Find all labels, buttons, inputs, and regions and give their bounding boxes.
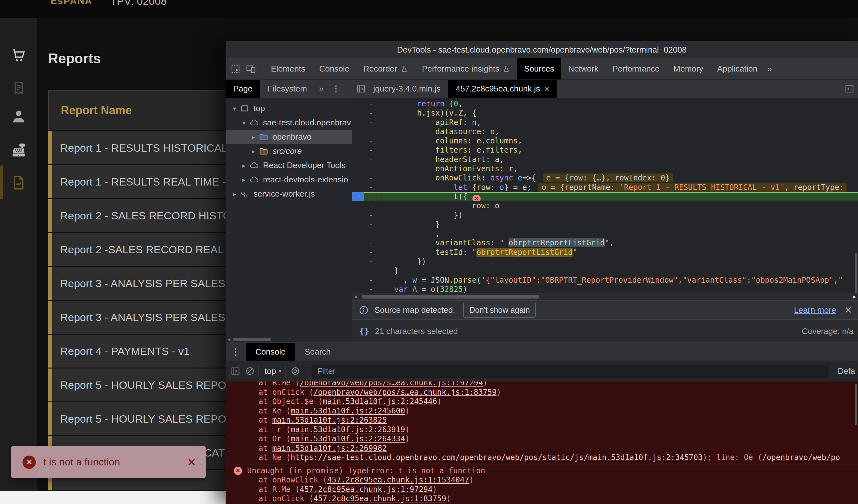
chevron-down-icon[interactable]: ▾	[240, 119, 249, 127]
devtools-titlebar[interactable]: DevTools - sae-test.cloud.openbravo.com/…	[226, 41, 858, 58]
collapse-navigator-icon[interactable]	[356, 84, 366, 94]
source-link[interactable]: main.53d1a10f.js:2:263825	[272, 416, 386, 425]
show-console-sidebar-icon[interactable]	[231, 366, 240, 376]
clear-console-icon[interactable]	[245, 366, 255, 376]
gutter-line-marker[interactable]: -	[352, 238, 381, 247]
show-debugger-panel-icon[interactable]	[845, 84, 854, 94]
tab-sources[interactable]: Sources	[517, 58, 561, 79]
context-selector[interactable]: top	[265, 366, 276, 376]
tab-application[interactable]: Application	[710, 58, 764, 79]
chevron-right-icon[interactable]: ▸	[249, 148, 258, 155]
tree-item-service-worker-js[interactable]: ▸⚙⚙service-worker.js	[226, 187, 352, 201]
dont-show-again-button[interactable]: Don't show again	[463, 303, 536, 318]
learn-more-link[interactable]: Learn more	[794, 305, 836, 315]
navigator-tab-page[interactable]: Page	[226, 80, 260, 98]
chevron-right-icon[interactable]: ▸	[230, 190, 239, 198]
source-link[interactable]: main.53d1a10f.js:2:263919	[290, 425, 405, 434]
chevron-right-icon[interactable]: ▸	[249, 133, 258, 141]
source-link[interactable]: /openbravo/web/po	[762, 453, 840, 462]
drawer-menu-icon[interactable]: ⋮	[231, 347, 240, 357]
receipt-icon[interactable]	[11, 80, 27, 97]
tab-close-icon[interactable]: ×	[544, 84, 550, 94]
scroll-right-icon[interactable]: ▸	[853, 293, 856, 300]
person-icon[interactable]	[11, 108, 27, 125]
toast-close-icon[interactable]: ✕	[187, 456, 196, 469]
navigator-more-tabs-icon[interactable]: »	[319, 84, 323, 94]
log-levels-dropdown[interactable]: Defa	[838, 366, 858, 376]
console-messages[interactable]: at R.Me (/openbravo/web/pos/s…ea.chunk.j…	[226, 381, 858, 504]
gutter-line-marker[interactable]: -	[352, 136, 381, 146]
gutter-line-marker[interactable]: -	[352, 109, 381, 118]
source-link[interactable]: /openbravo/web/pos/s…ea.chunk.js:1:83759	[313, 388, 496, 397]
gutter-line-marker[interactable]: -	[352, 211, 381, 220]
gutter-line-marker[interactable]: -	[352, 192, 381, 201]
source-link[interactable]: 457.2c8c95ea.chunk.js:1:83759	[313, 494, 446, 503]
gutter-line-marker[interactable]: -	[352, 248, 381, 257]
source-link[interactable]: https://sae-test.cloud.openbravo.com/ope…	[290, 453, 702, 462]
chevron-right-icon[interactable]: ▸	[240, 162, 249, 169]
scroll-left-icon[interactable]: ◂	[227, 336, 231, 343]
chevron-down-icon[interactable]: ▾	[230, 105, 239, 112]
gutter-line-marker[interactable]: -	[352, 201, 381, 211]
scrollbar-thumb[interactable]	[233, 338, 271, 341]
tree-item-react-developer-tools[interactable]: ▸React Developer Tools	[226, 158, 352, 173]
source-link[interactable]: 457.2c8c95ea.chunk.js:1:97294	[300, 485, 432, 494]
tab-performance-insights[interactable]: Performance insights	[415, 58, 517, 79]
notification-close-icon[interactable]: ✕	[844, 305, 852, 315]
console-filter-input[interactable]: Filter	[312, 364, 828, 378]
gutter-line-marker[interactable]: -	[352, 174, 381, 183]
tree-item-sae-test-cloud-openbrav[interactable]: ▾sae-test.cloud.openbrav	[226, 116, 352, 130]
inline-error-icon[interactable]: ✕	[472, 195, 481, 201]
gutter-line-marker[interactable]: -	[352, 220, 381, 229]
gutter-line-marker[interactable]: -	[352, 183, 381, 192]
more-tabs-icon[interactable]: »	[767, 64, 772, 74]
editor-vertical-scrollbar-thumb[interactable]	[855, 253, 857, 295]
cart-icon[interactable]	[11, 48, 27, 64]
gutter-line-marker[interactable]: -	[352, 164, 381, 174]
gutter-line-marker[interactable]: -	[352, 266, 381, 275]
tab-console[interactable]: Console	[312, 58, 356, 79]
gutter-line-marker[interactable]: -	[352, 155, 381, 164]
tree-item-top[interactable]: ▾top	[226, 101, 352, 116]
scroll-left-icon[interactable]: ◂	[354, 293, 357, 300]
gutter-line-marker[interactable]: -	[352, 285, 381, 293]
gutter-line-marker[interactable]: -	[352, 127, 381, 136]
device-toolbar-icon[interactable]	[246, 64, 256, 74]
live-expression-eye-icon[interactable]	[290, 366, 300, 376]
console-tab-search[interactable]: Search	[295, 343, 340, 361]
tab-memory[interactable]: Memory	[667, 58, 710, 79]
inspect-element-icon[interactable]	[231, 64, 241, 74]
navigator-horizontal-scrollbar[interactable]: ◂	[226, 336, 352, 343]
gutter-line-marker[interactable]: -	[352, 276, 381, 285]
source-link[interactable]: main.53d1a10f.js:2:264334	[290, 434, 405, 443]
source-link[interactable]: main.53d1a10f.js:2:245446	[322, 397, 437, 406]
scrollbar-thumb[interactable]	[362, 295, 539, 298]
console-tab-console[interactable]: Console	[246, 343, 295, 361]
navigator-menu-icon[interactable]: ⋮	[332, 84, 340, 94]
source-link[interactable]: main.53d1a10f.js:2:269982	[272, 444, 386, 453]
register-icon[interactable]	[11, 142, 27, 158]
tab-network[interactable]: Network	[561, 58, 605, 79]
source-link[interactable]: 457.2c8c95ea.chunk.js:1:1534047	[327, 475, 469, 484]
file-tab[interactable]: 457.2c8c95ea.chunk.js×	[448, 80, 557, 98]
chevron-right-icon[interactable]: ▸	[240, 176, 249, 184]
navigator-tab-filesystem[interactable]: Filesystem	[260, 80, 315, 98]
source-link[interactable]: main.53d1a10f.js:2:245600	[290, 406, 405, 416]
tree-item-src-core[interactable]: ▸src/core	[226, 144, 352, 158]
tree-item-openbravo[interactable]: ▸openbravo	[226, 130, 352, 144]
gutter-line-marker[interactable]: -	[352, 146, 381, 155]
source-link[interactable]: /openbravo/web/pos/s…ea.chunk.js:1:97294	[300, 381, 483, 387]
report-icon[interactable]	[11, 175, 27, 191]
console-vertical-scrollbar-thumb[interactable]	[855, 384, 857, 425]
tab-recorder[interactable]: Recorder	[356, 58, 415, 79]
code-area[interactable]: - return (0,- h.jsx)(v.Z, {- apiRef: n,-…	[352, 98, 858, 293]
gutter-line-marker[interactable]: -	[352, 99, 381, 109]
file-tab[interactable]: jquery-3.4.0.min.js	[366, 80, 448, 98]
pretty-print-icon[interactable]: {}	[359, 326, 369, 336]
tab-performance[interactable]: Performance	[605, 58, 667, 79]
gutter-line-marker[interactable]: -	[352, 118, 381, 127]
tab-elements[interactable]: Elements	[264, 58, 312, 79]
editor-horizontal-scrollbar[interactable]: ◂ ▸	[352, 293, 858, 300]
tree-item-react-devtools-extensio[interactable]: ▸react-devtools-extensio	[226, 173, 352, 187]
gutter-line-marker[interactable]: -	[352, 257, 381, 266]
